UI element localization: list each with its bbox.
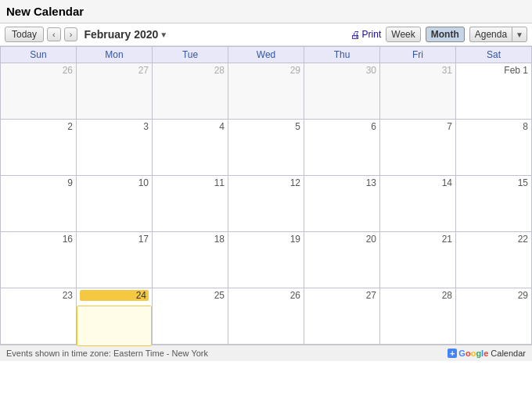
calendar-cell[interactable]: 28: [380, 288, 456, 345]
prev-button[interactable]: ‹: [47, 27, 61, 41]
calendar-cell[interactable]: 25: [153, 288, 228, 345]
day-number: 8: [459, 121, 528, 132]
day-number: 3: [80, 121, 149, 132]
calendar-cell[interactable]: 13: [304, 176, 380, 232]
calendar-cell[interactable]: 19: [228, 232, 304, 288]
day-number: 12: [232, 177, 300, 188]
calendar-cell[interactable]: 31: [380, 63, 456, 120]
day-number: 27: [80, 65, 149, 76]
footer: Events shown in time zone: Eastern Time …: [0, 345, 532, 361]
printer-icon: 🖨: [350, 29, 361, 41]
calendar-cell[interactable]: 20: [304, 232, 380, 288]
day-number: 22: [459, 234, 528, 245]
day-number: 7: [383, 121, 452, 132]
calendar-cell[interactable]: 11: [153, 176, 228, 232]
day-header-mon: Mon: [77, 47, 153, 63]
day-number: 6: [307, 121, 376, 132]
google-calendar-link[interactable]: + Google Calendar: [448, 349, 526, 358]
calendar-cell[interactable]: 29: [228, 63, 304, 120]
month-display: February 2020 ▼: [84, 28, 167, 41]
calendar-cell[interactable]: 23: [1, 288, 77, 345]
calendar-cell[interactable]: 28: [153, 63, 228, 120]
calendar-cell[interactable]: 2: [1, 120, 77, 176]
day-number: 21: [383, 234, 452, 245]
day-header-tue: Tue: [153, 47, 228, 63]
calendar-cell[interactable]: 22: [456, 232, 532, 288]
calendar-header-row: SunMonTueWedThuFriSat: [1, 47, 532, 63]
calendar-cell[interactable]: 26: [1, 63, 77, 120]
calendar-cell[interactable]: 10: [77, 176, 153, 232]
day-number: 2: [4, 121, 73, 132]
calendar-cell[interactable]: 27: [77, 63, 153, 120]
day-header-thu: Thu: [304, 47, 380, 63]
calendar-cell[interactable]: 8: [456, 120, 532, 176]
month-view-button[interactable]: Month: [426, 27, 465, 42]
calendar-week-row: 9101112131415: [1, 176, 532, 232]
calendar-cell[interactable]: 24: [77, 288, 153, 345]
day-number: 26: [4, 65, 73, 76]
calendar-cell[interactable]: 21: [380, 232, 456, 288]
day-number: 24: [80, 290, 149, 301]
calendar-cell[interactable]: 30: [304, 63, 380, 120]
today-button[interactable]: Today: [5, 27, 44, 42]
calendar-grid: SunMonTueWedThuFriSat 262728293031Feb 12…: [0, 46, 532, 345]
calendar-cell[interactable]: 14: [380, 176, 456, 232]
day-header-wed: Wed: [228, 47, 304, 63]
calendar-cell[interactable]: 29: [456, 288, 532, 345]
day-number: 16: [4, 234, 73, 245]
calendar-cell[interactable]: Feb 1: [456, 63, 532, 120]
calendar-cell[interactable]: 9: [1, 176, 77, 232]
day-number: 5: [232, 121, 300, 132]
calendar-cell[interactable]: 17: [77, 232, 153, 288]
calendar-cell[interactable]: 27: [304, 288, 380, 345]
day-number: 14: [383, 177, 452, 188]
day-number: Feb 1: [459, 65, 528, 76]
calendar-cell[interactable]: 15: [456, 176, 532, 232]
day-number: 10: [80, 177, 149, 188]
day-number: 31: [383, 65, 452, 76]
day-number: 4: [156, 121, 225, 132]
calendar-cell[interactable]: 16: [1, 232, 77, 288]
timezone-label: Events shown in time zone: Eastern Time …: [6, 349, 208, 358]
day-header-sun: Sun: [1, 47, 77, 63]
day-number: 17: [80, 234, 149, 245]
day-number: 23: [4, 290, 73, 301]
day-number: 18: [156, 234, 225, 245]
day-number: 25: [156, 290, 225, 301]
google-plus-icon: +: [448, 349, 457, 358]
view-controls: 🖨 Print Week Month Agenda ▼: [350, 27, 527, 42]
day-number: 26: [232, 290, 300, 301]
calendar-cell[interactable]: 18: [153, 232, 228, 288]
week-view-button[interactable]: Week: [386, 27, 420, 42]
calendar-cell[interactable]: 26: [228, 288, 304, 345]
calendar-cell[interactable]: 4: [153, 120, 228, 176]
today-note: [77, 306, 152, 346]
day-number: 27: [307, 290, 376, 301]
month-year-label: February 2020: [84, 28, 158, 41]
agenda-view-button[interactable]: Agenda: [469, 27, 512, 42]
calendar-week-row: 16171819202122: [1, 232, 532, 288]
day-number: 30: [307, 65, 376, 76]
page-title-bar: New Calendar: [0, 0, 532, 23]
toolbar: Today ‹ › February 2020 ▼ 🖨 Print Week M…: [0, 23, 532, 46]
next-button[interactable]: ›: [64, 27, 78, 41]
page-title: New Calendar: [6, 5, 84, 18]
calendar-cell[interactable]: 6: [304, 120, 380, 176]
calendar-week-row: 262728293031Feb 1: [1, 63, 532, 120]
calendar-cell[interactable]: 12: [228, 176, 304, 232]
calendar-week-row: 2345678: [1, 120, 532, 176]
print-button[interactable]: 🖨 Print: [350, 29, 382, 41]
calendar-week-row: 23242526272829: [1, 288, 532, 345]
month-dropdown-arrow[interactable]: ▼: [160, 30, 167, 39]
print-label: Print: [362, 29, 382, 40]
day-number: 15: [459, 177, 528, 188]
calendar-cell[interactable]: 5: [228, 120, 304, 176]
day-number: 9: [4, 177, 73, 188]
day-number: 19: [232, 234, 300, 245]
calendar-cell[interactable]: 7: [380, 120, 456, 176]
day-number: 29: [459, 290, 528, 301]
calendar-cell[interactable]: 3: [77, 120, 153, 176]
agenda-dropdown-button[interactable]: ▼: [512, 27, 527, 42]
google-calendar-label: Google Calendar: [458, 349, 526, 358]
day-number: 20: [307, 234, 376, 245]
